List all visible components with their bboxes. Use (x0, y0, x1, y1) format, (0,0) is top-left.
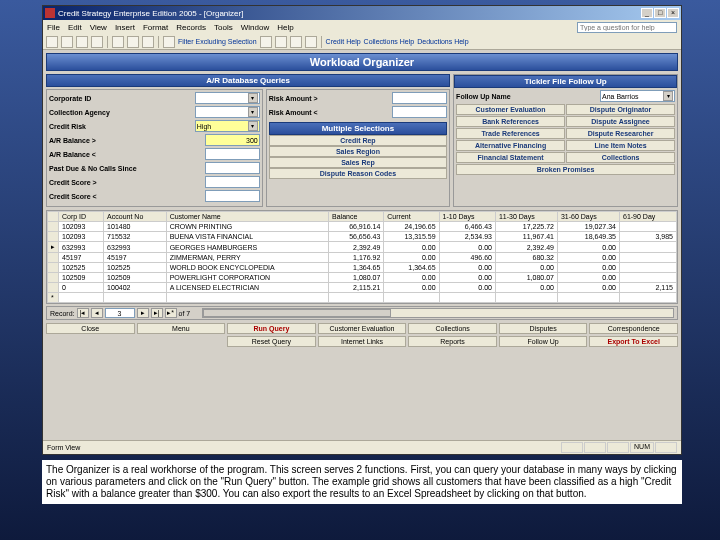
record-label: Record: (50, 310, 75, 317)
undo-icon[interactable] (260, 36, 272, 48)
credit-rep-button[interactable]: Credit Rep (269, 135, 447, 146)
menu-records[interactable]: Records (176, 23, 206, 32)
record-pos-input[interactable] (105, 308, 135, 318)
col-header[interactable]: Corp ID (59, 212, 104, 222)
save-icon[interactable] (61, 36, 73, 48)
table-row[interactable]: 102093101480CROWN PRINTING66,916.1424,19… (48, 222, 677, 232)
cut-icon[interactable] (112, 36, 124, 48)
cust-eval-button[interactable]: Customer Evaluation (456, 104, 565, 115)
menu-file[interactable]: File (47, 23, 60, 32)
agency-select[interactable]: ▾ (195, 106, 260, 118)
bal-gt-label: A/R Balance > (49, 137, 203, 144)
design-icon[interactable] (46, 36, 58, 48)
col-header[interactable]: 31-60 Days (557, 212, 619, 222)
disp-research-button[interactable]: Dispute Researcher (566, 128, 675, 139)
maximize-button[interactable]: □ (654, 8, 666, 18)
reports-button[interactable]: Reports (408, 336, 497, 347)
collections-button[interactable]: Collections (408, 323, 497, 334)
deductions-help-link[interactable]: Deductions Help (417, 38, 468, 45)
menu-help[interactable]: Help (277, 23, 293, 32)
follow-up-button[interactable]: Follow Up (499, 336, 588, 347)
close-button[interactable]: × (667, 8, 679, 18)
sort-desc-icon[interactable] (290, 36, 302, 48)
disp-orig-button[interactable]: Dispute Originator (566, 104, 675, 115)
caption-text: The Organizer is a real workhorse of the… (42, 460, 682, 504)
corp-id-label: Corporate ID (49, 95, 193, 102)
bal-gt-input[interactable] (205, 134, 260, 146)
line-notes-button[interactable]: Line Item Notes (566, 140, 675, 151)
collections-help-link[interactable]: Collections Help (364, 38, 415, 45)
col-header[interactable]: Customer Name (166, 212, 328, 222)
col-header[interactable]: 11-30 Days (495, 212, 557, 222)
followup-select[interactable]: Ana Barrios▾ (600, 90, 675, 102)
broken-promises-button[interactable]: Broken Promises (456, 164, 675, 175)
hscrollbar[interactable] (202, 308, 674, 318)
minimize-button[interactable]: _ (641, 8, 653, 18)
sort-asc-icon[interactable] (275, 36, 287, 48)
first-record-button[interactable]: |◂ (77, 308, 89, 318)
sales-region-button[interactable]: Sales Region (269, 146, 447, 157)
tickler-header: Tickler File Follow Up (454, 75, 677, 88)
score-gt-input[interactable] (205, 176, 260, 188)
credit-help-link[interactable]: Credit Help (326, 38, 361, 45)
amt-gt-input[interactable] (392, 92, 447, 104)
disputes-button[interactable]: Disputes (499, 323, 588, 334)
menu-insert[interactable]: Insert (115, 23, 135, 32)
prev-record-button[interactable]: ◂ (91, 308, 103, 318)
new-record-button[interactable]: ▸* (165, 308, 177, 318)
last-record-button[interactable]: ▸| (151, 308, 163, 318)
table-row[interactable]: 0100402A LICENSED ELECTRICIAN2,115.210.0… (48, 283, 677, 293)
collections-button[interactable]: Collections (566, 152, 675, 163)
dispute-reason-button[interactable]: Dispute Reason Codes (269, 168, 447, 179)
copy-icon[interactable] (127, 36, 139, 48)
internet-links-button[interactable]: Internet Links (318, 336, 407, 347)
table-row[interactable]: 102525102525WORLD BOOK ENCYCLOPEDIA1,364… (48, 263, 677, 273)
corp-id-select[interactable]: ▾ (195, 92, 260, 104)
menu-tools[interactable]: Tools (214, 23, 233, 32)
menu-button[interactable]: Menu (137, 323, 226, 334)
pastdue-label: Past Due & No Calls Since (49, 165, 203, 172)
reset-query-button[interactable]: Reset Query (227, 336, 316, 347)
preview-icon[interactable] (91, 36, 103, 48)
query-panel-mid: Risk Amount > Risk Amount < Multiple Sel… (266, 89, 450, 207)
page-title: Workload Organizer (46, 53, 678, 71)
col-header[interactable]: 61-90 Day (619, 212, 676, 222)
paste-icon[interactable] (142, 36, 154, 48)
find-icon[interactable] (305, 36, 317, 48)
sales-rep-button[interactable]: Sales Rep (269, 157, 447, 168)
run-query-button[interactable]: Run Query (227, 323, 316, 334)
filter-icon[interactable] (163, 36, 175, 48)
menu-edit[interactable]: Edit (68, 23, 82, 32)
table-row[interactable]: 102509102509POWERLIGHT CORPORATION1,080.… (48, 273, 677, 283)
alt-fin-button[interactable]: Alternative Financing (456, 140, 565, 151)
help-search-input[interactable] (577, 22, 677, 33)
menu-format[interactable]: Format (143, 23, 168, 32)
pastdue-input[interactable] (205, 162, 260, 174)
risk-select[interactable]: High▾ (195, 120, 260, 132)
print-icon[interactable] (76, 36, 88, 48)
correspondence-button[interactable]: Correspondence (589, 323, 678, 334)
results-grid: Corp IDAccount NoCustomer NameBalanceCur… (46, 210, 678, 304)
col-header[interactable]: 1-10 Days (439, 212, 495, 222)
trade-ref-button[interactable]: Trade References (456, 128, 565, 139)
bal-lt-input[interactable] (205, 148, 260, 160)
bank-ref-button[interactable]: Bank References (456, 116, 565, 127)
close-button[interactable]: Close (46, 323, 135, 334)
col-header[interactable]: Balance (329, 212, 384, 222)
export-to-excel-button[interactable]: Export To Excel (589, 336, 678, 347)
table-row[interactable]: 4519745197ZIMMERMAN, PERRY1,176.920.0049… (48, 253, 677, 263)
menu-view[interactable]: View (90, 23, 107, 32)
risk-label: Credit Risk (49, 123, 193, 130)
table-row[interactable]: 102093715532BUENA VISTA FINANCIAL56,656.… (48, 232, 677, 242)
col-header[interactable]: Account No (104, 212, 167, 222)
col-header[interactable]: Current (384, 212, 439, 222)
menu-window[interactable]: Window (241, 23, 269, 32)
fin-stmt-button[interactable]: Financial Statement (456, 152, 565, 163)
table-row[interactable]: ▸632993632993GEORGES HAMBURGERS2,392.490… (48, 242, 677, 253)
filter-excluding-link[interactable]: Filter Excluding Selection (178, 38, 257, 45)
customer-evaluation-button[interactable]: Customer Evaluation (318, 323, 407, 334)
amt-lt-input[interactable] (392, 106, 447, 118)
next-record-button[interactable]: ▸ (137, 308, 149, 318)
score-lt-input[interactable] (205, 190, 260, 202)
disp-assign-button[interactable]: Dispute Assignee (566, 116, 675, 127)
